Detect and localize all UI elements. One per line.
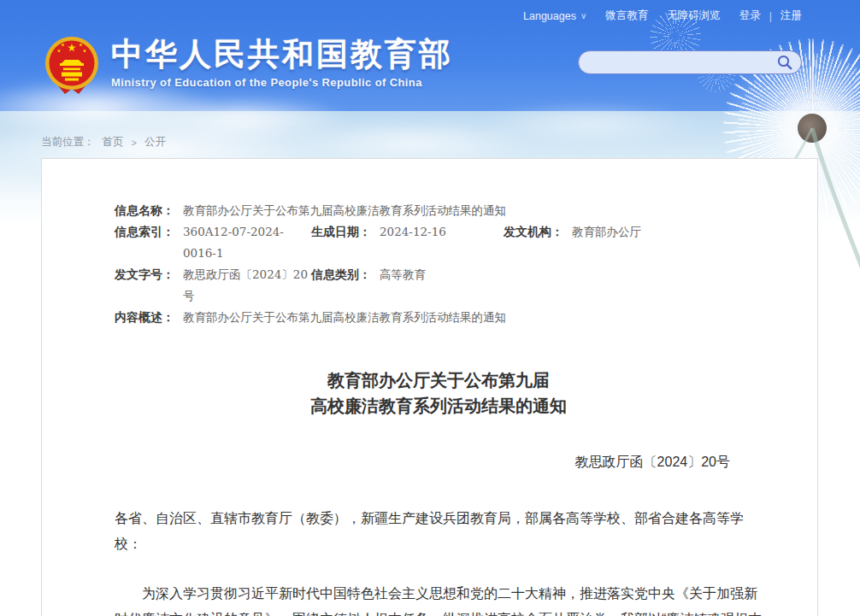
register-link[interactable]: 注册 xyxy=(780,9,802,23)
page: Languages ∨ 微言教育 无障碍浏览 登录 | 注册 xyxy=(0,0,860,616)
meta-date-label: 生成日期： xyxy=(311,221,380,243)
meta-name-value: 教育部办公厅关于公布第九届高校廉洁教育系列活动结果的通知 xyxy=(183,200,506,221)
document-body: 各省、自治区、直辖市教育厅（教委），新疆生产建设兵团教育局，部属各高等学校、部省… xyxy=(115,506,763,616)
document-paragraph: 为深入学习贯彻习近平新时代中国特色社会主义思想和党的二十大精神，推进落实党中央《… xyxy=(115,581,763,616)
meta-org-value: 教育部办公厅 xyxy=(572,221,641,243)
meta-row-name: 信息名称： 教育部办公厅关于公布第九届高校廉洁教育系列活动结果的通知 xyxy=(115,200,763,221)
meta-index-label: 信息索引： xyxy=(115,221,183,243)
meta-summary-value: 教育部办公厅关于公布第九届高校廉洁教育系列活动结果的通知 xyxy=(183,307,506,328)
search-icon xyxy=(776,54,793,71)
document-metadata: 信息名称： 教育部办公厅关于公布第九届高校廉洁教育系列活动结果的通知 信息索引：… xyxy=(115,200,763,328)
document-number: 教思政厅函〔2024〕20号 xyxy=(115,449,763,475)
meta-category-value: 高等教育 xyxy=(380,264,426,285)
site-logo[interactable]: 中华人民共和国教育部 Ministry of Education of the … xyxy=(44,36,453,96)
meta-date-value: 2024-12-16 xyxy=(380,221,504,243)
meta-name-label: 信息名称： xyxy=(115,200,183,221)
document-title-line1: 教育部办公厅关于公布第九届 xyxy=(115,367,763,393)
accessibility-link[interactable]: 无障碍浏览 xyxy=(667,9,721,23)
document-panel: 信息名称： 教育部办公厅关于公布第九届高校廉洁教育系列活动结果的通知 信息索引：… xyxy=(41,158,818,616)
chevron-down-icon: ∨ xyxy=(580,11,586,21)
site-title: 中华人民共和国教育部 xyxy=(111,36,453,73)
divider: | xyxy=(769,10,772,22)
weiyan-education-link[interactable]: 微言教育 xyxy=(605,9,648,23)
national-emblem-icon xyxy=(44,36,99,96)
utility-nav: Languages ∨ 微言教育 无障碍浏览 登录 | 注册 xyxy=(523,9,802,23)
meta-docnum-label: 发文字号： xyxy=(115,264,183,285)
site-subtitle: Ministry of Education of the People's Re… xyxy=(111,76,453,89)
login-link[interactable]: 登录 xyxy=(739,9,761,23)
meta-docnum-value: 教思政厅函〔2024〕20号 xyxy=(183,264,311,307)
breadcrumb: 当前位置： 首页 > 公开 xyxy=(41,135,166,150)
document-title-line2: 高校廉洁教育系列活动结果的通知 xyxy=(115,393,763,419)
search-bar xyxy=(578,50,802,74)
breadcrumb-current-link[interactable]: 公开 xyxy=(144,135,166,150)
breadcrumb-separator: > xyxy=(132,138,137,148)
languages-menu[interactable]: Languages ∨ xyxy=(523,10,586,22)
languages-label: Languages xyxy=(523,10,576,22)
meta-summary-label: 内容概述： xyxy=(115,307,183,328)
document-title: 教育部办公厅关于公布第九届 高校廉洁教育系列活动结果的通知 xyxy=(115,367,763,419)
meta-index-value: 360A12-07-2024-0016-1 xyxy=(183,221,311,264)
meta-row-summary: 内容概述： 教育部办公厅关于公布第九届高校廉洁教育系列活动结果的通知 xyxy=(115,307,763,328)
cloud-decoration xyxy=(479,103,701,145)
meta-org-label: 发文机构： xyxy=(504,221,572,243)
breadcrumb-home-link[interactable]: 首页 xyxy=(103,135,124,150)
search-button[interactable] xyxy=(775,53,794,72)
meta-category-label: 信息类别： xyxy=(311,264,380,285)
document-salutation: 各省、自治区、直辖市教育厅（教委），新疆生产建设兵团教育局，部属各高等学校、部省… xyxy=(115,506,763,557)
search-input[interactable] xyxy=(591,53,775,72)
meta-row-docnum: 发文字号： 教思政厅函〔2024〕20号 信息类别： 高等教育 xyxy=(115,264,763,307)
meta-row-index: 信息索引： 360A12-07-2024-0016-1 生成日期： 2024-1… xyxy=(115,221,763,264)
breadcrumb-label: 当前位置： xyxy=(41,135,95,150)
